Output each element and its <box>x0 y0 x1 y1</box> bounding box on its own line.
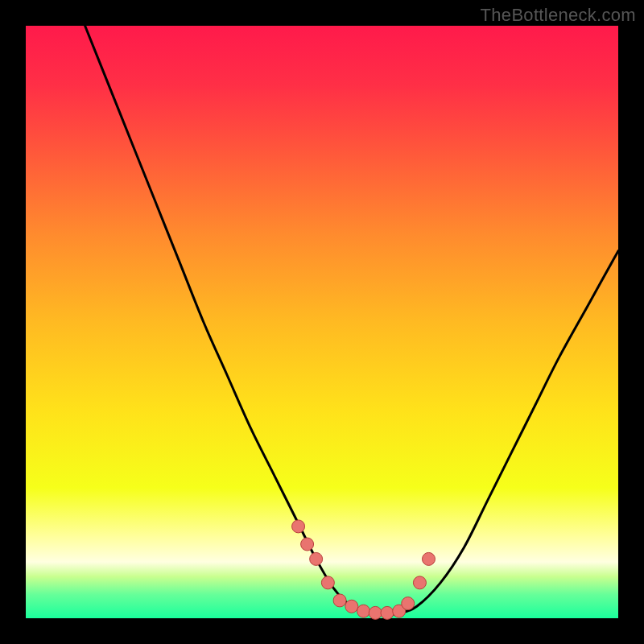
highlight-dot <box>333 594 346 607</box>
highlight-dot <box>369 606 382 619</box>
highlight-dot <box>413 576 426 589</box>
highlight-dot <box>321 576 334 589</box>
highlight-dot <box>357 605 370 617</box>
plot-area <box>26 26 618 618</box>
highlight-markers <box>292 520 436 619</box>
highlight-dot <box>345 600 358 613</box>
highlight-dot <box>402 597 415 610</box>
highlight-dot <box>301 538 314 551</box>
bottleneck-curve-path <box>85 26 618 615</box>
chart-curve <box>26 26 618 618</box>
outer-frame: TheBottleneck.com <box>0 0 644 644</box>
highlight-dot <box>381 606 394 619</box>
highlight-dot <box>310 552 323 565</box>
highlight-dot <box>292 520 305 533</box>
highlight-dot <box>422 552 435 565</box>
watermark-label: TheBottleneck.com <box>481 5 636 26</box>
